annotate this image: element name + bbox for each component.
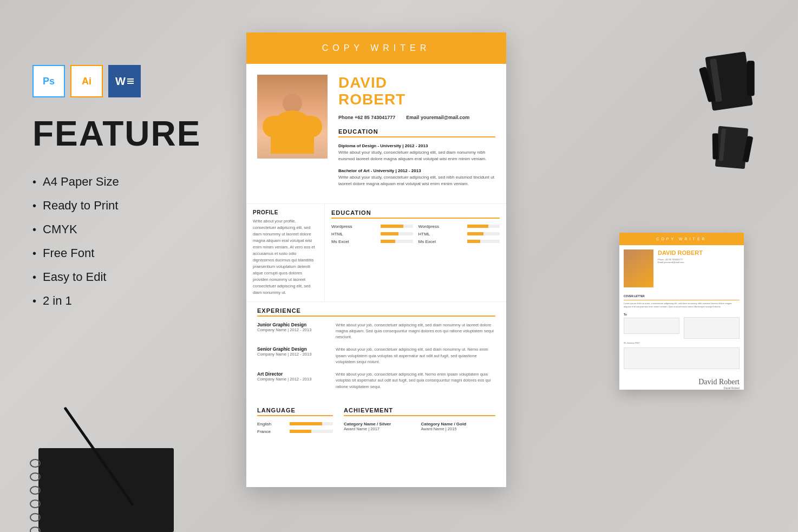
- cv-main-document: COPY WRITER DAVID ROBERT P: [246, 32, 506, 487]
- exp-right-3: Write about your job, consectetuer adipi…: [336, 371, 495, 390]
- cv-small-signature: David Robert David Robert: [619, 373, 744, 394]
- exp-left-3: Art Director Company Name | 2012 - 2013: [257, 371, 328, 390]
- cv-small-to: To: [624, 313, 679, 339]
- cv-achievement: ACHIEVEMENT Category Name / Silver Award…: [344, 407, 495, 437]
- skills-col-2: Wordpress HTML Ms Excel: [418, 224, 500, 247]
- lang-bar-france: [290, 430, 333, 433]
- exp-item-1: Junior Graphic Design Company Name | 201…: [257, 322, 495, 340]
- skill-excel-2: Ms Excel: [418, 239, 500, 244]
- skills-section-title: EDUCATION: [331, 209, 500, 219]
- cv-small-cover-text: Lorem ipsum dolor sit amet, consectetuer…: [624, 302, 740, 308]
- word-icon: W: [108, 65, 141, 97]
- lang-english: English: [257, 422, 333, 426]
- cv-small-contact: Phone +62 85 743041777 Email youremail@m…: [658, 258, 740, 264]
- skill-excel-1: Ms Excel: [331, 239, 413, 244]
- skill-bar-html-2: [467, 232, 500, 235]
- skill-html-2: HTML: [418, 232, 500, 237]
- skill-html-1: HTML: [331, 232, 413, 237]
- notebook-cover: [38, 448, 174, 532]
- feature-list: A4 Paper Size Ready to Print CMYK Free F…: [32, 170, 201, 313]
- cv-header-bar: COPY WRITER: [246, 32, 506, 64]
- clip-arm-right: [747, 61, 755, 96]
- profile-title: PROFILE: [253, 209, 318, 215]
- cv-small-info: DAVID ROBERT Phone +62 85 743041777 Emai…: [658, 249, 740, 287]
- binder-clip-container: [709, 54, 749, 108]
- edu-item-2: Bachelor of Art - University | 2012 - 20…: [338, 168, 495, 187]
- cv-profile-col: PROFILE Write about your profile, consec…: [246, 204, 325, 301]
- software-icons: Ps Ai W: [32, 65, 201, 97]
- cv-language: LANGUAGE English France: [257, 407, 333, 437]
- spiral-4: [30, 500, 41, 508]
- cv-contact: Phone +62 85 743041777 Email youremail@m…: [338, 115, 495, 120]
- feature-item-2in1: 2 in 1: [32, 289, 201, 313]
- feature-item-font: Free Font: [32, 241, 201, 265]
- clip-small-arm-left: [712, 133, 719, 159]
- cv-small-body: COVER LETTER Lorem ipsum dolor sit amet,…: [619, 294, 744, 373]
- feature-heading: FEATURE: [32, 114, 201, 154]
- skills-container: Wordpress HTML Ms Excel: [331, 224, 500, 247]
- photoshop-icon: Ps: [32, 65, 65, 97]
- skill-bar-wordpress-1: [381, 225, 413, 228]
- exp-item-3: Art Director Company Name | 2012 - 2013 …: [257, 371, 495, 390]
- cv-name-section: DAVID ROBERT Phone +62 85 743041777 Emai…: [338, 75, 495, 193]
- exp-left-2: Senior Graphic Design Company Name | 201…: [257, 346, 328, 365]
- cv-top-section: DAVID ROBERT Phone +62 85 743041777 Emai…: [246, 64, 506, 203]
- cv-bottom-sections: LANGUAGE English France ACHIEVEMENT Cate…: [246, 402, 506, 442]
- cv-small-date: 25 January 2017: [624, 341, 740, 345]
- spiral-2: [30, 472, 41, 481]
- lang-france: France: [257, 429, 333, 434]
- education-title: EDUCATION: [338, 128, 495, 137]
- language-title: LANGUAGE: [257, 407, 333, 416]
- clip-small-body: [715, 126, 748, 169]
- cv-experience-section: EXPERIENCE Junior Graphic Design Company…: [246, 301, 506, 402]
- achievement-grid: Category Name / Silver Award Name | 2017…: [344, 422, 495, 431]
- cv-small-photo: [624, 249, 653, 287]
- ach-item-2: Category Name / Gold Award Name | 2015: [421, 422, 496, 431]
- exp-left-1: Junior Graphic Design Company Name | 201…: [257, 322, 328, 340]
- cv-photo: [257, 75, 328, 159]
- feature-item-a4: A4 Paper Size: [32, 170, 201, 194]
- feature-item-print: Ready to Print: [32, 194, 201, 218]
- lang-bar-english: [290, 422, 333, 425]
- cv-small-content-area: [624, 347, 740, 369]
- cv-small-document: COPY WRITER DAVID ROBERT Phone +62 85 74…: [619, 233, 744, 390]
- binder-clip-small: [715, 126, 748, 169]
- cv-education-right: EDUCATION Diploma of Design - University…: [338, 128, 495, 187]
- spiral-5: [30, 513, 41, 522]
- skill-bar-html-1: [381, 232, 413, 235]
- spiral-6: [30, 527, 41, 532]
- profile-text: Write about your profile, consectetuer a…: [253, 218, 318, 296]
- cv-small-from: [684, 313, 740, 339]
- binder-clip-large: [705, 51, 753, 110]
- skill-wordpress-2: Wordpress: [418, 224, 500, 229]
- cv-small-header: COPY WRITER: [619, 233, 744, 245]
- cv-small-cover-title: COVER LETTER: [624, 294, 740, 300]
- skill-bar-excel-1: [381, 240, 413, 243]
- cv-name: DAVID ROBERT: [338, 75, 495, 108]
- cv-small-form: To: [624, 313, 740, 339]
- exp-item-2: Senior Graphic Design Company Name | 201…: [257, 346, 495, 365]
- skill-bar-excel-2: [467, 240, 500, 243]
- achievement-title: ACHIEVEMENT: [344, 407, 495, 416]
- cv-small-name: DAVID ROBERT: [658, 249, 740, 256]
- exp-right-1: Write about your job, consectetuer adipi…: [336, 322, 495, 340]
- binder-clip-small-container: [717, 127, 747, 168]
- exp-right-2: Write about your job, consectetuer adipi…: [336, 346, 495, 365]
- skill-wordpress-1: Wordpress: [331, 224, 413, 229]
- skill-bar-wordpress-2: [467, 225, 500, 228]
- illustrator-icon: Ai: [70, 65, 103, 97]
- spiral-3: [30, 486, 41, 495]
- clip-body: [705, 51, 753, 110]
- notebook-spirals: [30, 459, 41, 532]
- cv-middle-section: PROFILE Write about your profile, consec…: [246, 203, 506, 301]
- cv-small-top: DAVID ROBERT Phone +62 85 743041777 Emai…: [619, 245, 744, 292]
- experience-title: EXPERIENCE: [257, 307, 495, 317]
- ach-item-1: Category Name / Silver Award Name | 2017: [344, 422, 418, 431]
- cv-skills-col: EDUCATION Wordpress HTML: [325, 204, 506, 301]
- feature-item-cmyk: CMYK: [32, 218, 201, 241]
- feature-item-edit: Easy to Edit: [32, 265, 201, 289]
- spiral-1: [30, 459, 41, 468]
- left-panel: Ps Ai W FEATURE A4 Paper Size Ready to P…: [32, 65, 201, 313]
- edu-item-1: Diploma of Design - University | 2012 - …: [338, 143, 495, 162]
- skills-col-1: Wordpress HTML Ms Excel: [331, 224, 413, 247]
